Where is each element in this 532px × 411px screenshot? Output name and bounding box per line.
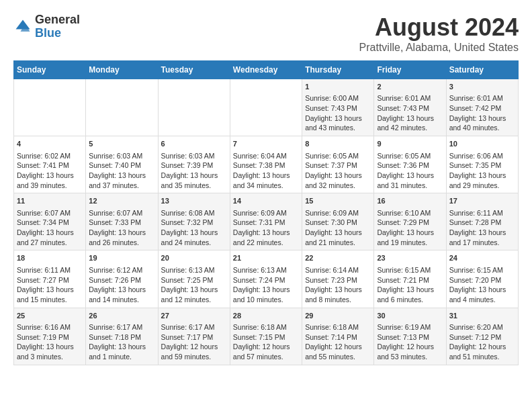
day-info: Sunset: 7:35 PM — [449, 161, 515, 171]
day-number: 10 — [449, 139, 515, 149]
day-info: Daylight: 13 hours — [377, 285, 443, 295]
day-info: Sunrise: 6:10 AM — [377, 208, 443, 218]
day-number: 11 — [17, 196, 83, 206]
calendar-cell — [14, 79, 86, 136]
day-info: and 55 minutes. — [305, 352, 371, 362]
day-info: and 43 minutes. — [305, 123, 371, 133]
day-info: Sunset: 7:17 PM — [161, 332, 227, 342]
day-info: and 3 minutes. — [17, 352, 83, 362]
day-info: Sunset: 7:26 PM — [89, 275, 154, 285]
logo: General Blue — [13, 13, 80, 40]
calendar-header-wednesday: Wednesday — [230, 61, 302, 79]
calendar-header-thursday: Thursday — [302, 61, 374, 79]
day-info: Sunrise: 6:13 AM — [233, 265, 299, 275]
calendar-cell: 18Sunrise: 6:11 AMSunset: 7:27 PMDayligh… — [14, 250, 86, 308]
day-info: Sunrise: 6:06 AM — [449, 151, 515, 161]
day-info: Sunrise: 6:09 AM — [233, 208, 299, 218]
day-number: 13 — [161, 196, 227, 206]
day-info: Sunset: 7:14 PM — [305, 332, 371, 342]
day-number: 3 — [449, 82, 515, 92]
day-info: and 19 minutes. — [377, 238, 443, 248]
day-info: Sunrise: 6:03 AM — [161, 151, 227, 161]
logo-blue-text: Blue — [35, 26, 61, 40]
day-info: Sunset: 7:13 PM — [377, 332, 443, 342]
day-info: and 21 minutes. — [305, 238, 371, 248]
calendar-header-sunday: Sunday — [14, 61, 86, 79]
day-info: Sunrise: 6:05 AM — [305, 151, 371, 161]
day-number: 30 — [377, 311, 443, 321]
calendar-cell: 26Sunrise: 6:17 AMSunset: 7:18 PMDayligh… — [86, 308, 158, 365]
day-info: Sunrise: 6:20 AM — [449, 322, 515, 332]
day-info: Sunset: 7:29 PM — [377, 218, 443, 228]
day-info: Sunrise: 6:11 AM — [17, 265, 83, 275]
day-info: Sunset: 7:37 PM — [305, 161, 371, 171]
day-info: Sunset: 7:31 PM — [233, 218, 299, 228]
day-info: and 32 minutes. — [305, 181, 371, 191]
day-number: 15 — [305, 196, 371, 206]
day-info: Sunrise: 6:05 AM — [377, 151, 443, 161]
day-info: Sunrise: 6:18 AM — [233, 322, 299, 332]
day-info: and 26 minutes. — [89, 238, 154, 248]
day-number: 25 — [17, 311, 83, 321]
day-info: Sunrise: 6:14 AM — [305, 265, 371, 275]
day-info: Sunset: 7:20 PM — [449, 275, 515, 285]
calendar-cell: 27Sunrise: 6:17 AMSunset: 7:17 PMDayligh… — [158, 308, 230, 365]
calendar-cell: 15Sunrise: 6:09 AMSunset: 7:30 PMDayligh… — [302, 193, 374, 250]
day-info: and 6 minutes. — [377, 295, 443, 305]
day-info: Daylight: 13 hours — [377, 228, 443, 238]
day-info: Sunrise: 6:04 AM — [233, 151, 299, 161]
calendar-cell: 30Sunrise: 6:19 AMSunset: 7:13 PMDayligh… — [374, 308, 446, 365]
calendar-cell: 29Sunrise: 6:18 AMSunset: 7:14 PMDayligh… — [302, 308, 374, 365]
day-number: 2 — [377, 82, 443, 92]
day-number: 27 — [161, 311, 227, 321]
day-info: Sunset: 7:24 PM — [233, 275, 299, 285]
day-info: Sunrise: 6:00 AM — [305, 93, 371, 103]
day-info: Daylight: 13 hours — [161, 285, 227, 295]
day-number: 18 — [17, 253, 83, 263]
calendar-cell: 20Sunrise: 6:13 AMSunset: 7:25 PMDayligh… — [158, 250, 230, 308]
day-number: 19 — [89, 253, 154, 263]
day-info: and 8 minutes. — [305, 295, 371, 305]
day-info: and 17 minutes. — [449, 238, 515, 248]
day-info: Daylight: 13 hours — [17, 228, 83, 238]
day-info: Sunset: 7:42 PM — [449, 103, 515, 113]
day-info: Daylight: 13 hours — [305, 228, 371, 238]
day-info: Sunset: 7:21 PM — [377, 275, 443, 285]
calendar-cell — [86, 79, 158, 136]
day-info: Sunset: 7:40 PM — [89, 161, 154, 171]
day-info: Daylight: 13 hours — [89, 342, 154, 352]
calendar-cell: 10Sunrise: 6:06 AMSunset: 7:35 PMDayligh… — [446, 136, 518, 193]
day-info: Sunset: 7:27 PM — [17, 275, 83, 285]
day-info: and 1 minute. — [89, 352, 154, 362]
day-number: 1 — [305, 82, 371, 92]
day-info: Daylight: 12 hours — [233, 342, 299, 352]
day-info: Sunrise: 6:15 AM — [377, 265, 443, 275]
day-info: Daylight: 13 hours — [377, 113, 443, 124]
day-info: Daylight: 12 hours — [377, 342, 443, 352]
day-info: and 29 minutes. — [449, 181, 515, 191]
day-info: Daylight: 13 hours — [89, 171, 154, 181]
day-info: Sunset: 7:34 PM — [17, 218, 83, 228]
day-info: Sunset: 7:25 PM — [161, 275, 227, 285]
day-number: 31 — [449, 311, 515, 321]
calendar-cell: 28Sunrise: 6:18 AMSunset: 7:15 PMDayligh… — [230, 308, 302, 365]
day-number: 6 — [161, 139, 227, 149]
calendar-cell: 17Sunrise: 6:11 AMSunset: 7:28 PMDayligh… — [446, 193, 518, 250]
calendar-header-friday: Friday — [374, 61, 446, 79]
calendar-week-1: 1Sunrise: 6:00 AMSunset: 7:43 PMDaylight… — [14, 79, 519, 136]
day-number: 12 — [89, 196, 154, 206]
page-subtitle: Prattville, Alabama, United States — [359, 42, 519, 54]
day-info: and 42 minutes. — [377, 123, 443, 133]
day-info: and 53 minutes. — [377, 352, 443, 362]
day-info: Daylight: 12 hours — [161, 342, 227, 352]
day-number: 23 — [377, 253, 443, 263]
calendar-cell: 12Sunrise: 6:07 AMSunset: 7:33 PMDayligh… — [86, 193, 158, 250]
day-info: Sunrise: 6:07 AM — [89, 208, 154, 218]
day-info: Sunrise: 6:19 AM — [377, 322, 443, 332]
calendar-cell: 3Sunrise: 6:01 AMSunset: 7:42 PMDaylight… — [446, 79, 518, 136]
day-info: Sunrise: 6:07 AM — [17, 208, 83, 218]
calendar-cell — [230, 79, 302, 136]
day-info: and 12 minutes. — [161, 295, 227, 305]
day-number: 8 — [305, 139, 371, 149]
calendar-week-4: 18Sunrise: 6:11 AMSunset: 7:27 PMDayligh… — [14, 250, 519, 308]
